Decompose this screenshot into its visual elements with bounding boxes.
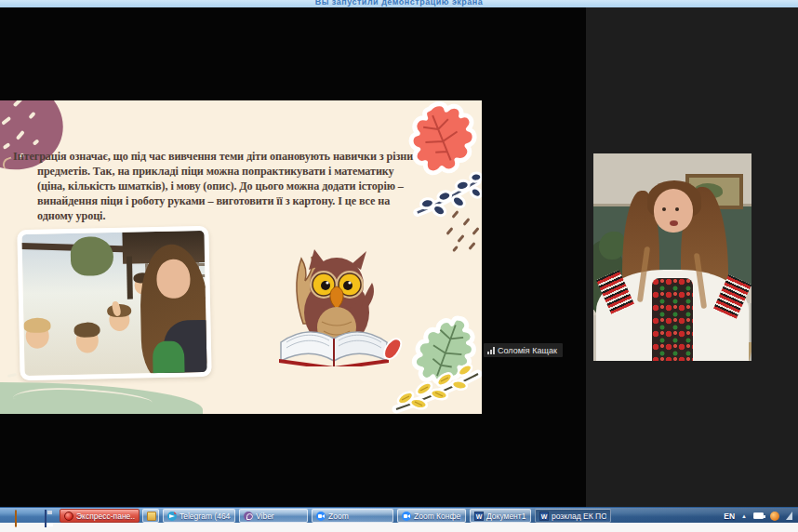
windows-taskbar: Экспресс-пане... Telegram (4644) Viber Z… bbox=[0, 507, 798, 523]
taskbar-button-word-rozklad[interactable]: розклад ЕК ПО... bbox=[535, 509, 611, 523]
child-face bbox=[25, 323, 49, 349]
audio-signal-icon bbox=[487, 347, 495, 354]
owl-with-book-illustration bbox=[257, 238, 404, 366]
launcher-icon[interactable] bbox=[15, 510, 17, 527]
taskbar-button-zoom[interactable]: Zoom bbox=[312, 509, 393, 523]
chevron-up-icon[interactable]: ▲ bbox=[741, 513, 747, 519]
webcam-video-tile[interactable] bbox=[593, 153, 751, 361]
bottom-white-strip bbox=[0, 523, 798, 532]
zoom-icon bbox=[316, 512, 326, 521]
floppy-icon[interactable] bbox=[45, 510, 47, 527]
system-tray: EN ▲ bbox=[724, 508, 792, 524]
white-dash-decoration bbox=[7, 373, 17, 378]
photo-wooden-post bbox=[126, 257, 133, 299]
taskbar-button-viber[interactable]: Viber bbox=[239, 509, 308, 523]
woman-face bbox=[654, 189, 694, 233]
taskbar-button-word-document1[interactable]: Документ1 - W... bbox=[470, 509, 531, 523]
participant-name: Соломія Кащак bbox=[498, 346, 557, 355]
taskbar-button-folder[interactable] bbox=[142, 509, 159, 523]
slide-paragraph: Інтеграція означає, що під час вивчення … bbox=[13, 149, 424, 223]
embroidery-center-panel bbox=[652, 278, 693, 361]
word-icon bbox=[539, 512, 549, 521]
shared-presentation-slide: Інтеграція означає, що під час вивчення … bbox=[0, 100, 482, 414]
children-group-photo bbox=[17, 226, 211, 380]
language-indicator[interactable]: EN bbox=[724, 512, 735, 521]
folder-icon bbox=[147, 512, 156, 521]
teen-girl-face bbox=[156, 259, 191, 299]
telegram-icon bbox=[167, 512, 177, 521]
word-icon bbox=[474, 512, 484, 521]
express-panel-icon bbox=[64, 512, 73, 521]
green-wave-decoration bbox=[0, 382, 203, 414]
viber-icon bbox=[244, 512, 253, 521]
child-face bbox=[76, 327, 100, 352]
clipped-tray-icon bbox=[786, 512, 792, 520]
taskbar-button-telegram[interactable]: Telegram (4644) bbox=[163, 509, 235, 523]
battery-icon[interactable] bbox=[753, 512, 764, 519]
teen-girl-green-top bbox=[153, 340, 185, 380]
photo-tree bbox=[71, 236, 114, 276]
taskbar-button-zoom-conference[interactable]: Zoom Конфере... bbox=[397, 509, 466, 523]
zoom-meeting-screen: Вы запустили демонстрацию экрана Інтегра… bbox=[0, 0, 798, 532]
taskbar-button-express-panel[interactable]: Экспресс-пане... bbox=[60, 509, 140, 523]
zoom-icon bbox=[402, 512, 411, 521]
screen-share-banner-text: Вы запустили демонстрацию экрана bbox=[0, 0, 798, 7]
navy-berries-sticker bbox=[413, 162, 482, 231]
participant-name-label: Соломія Кащак bbox=[484, 343, 563, 357]
screen-share-banner[interactable]: Вы запустили демонстрацию экрана bbox=[0, 0, 798, 7]
yellow-leaf-branch-sticker bbox=[391, 363, 482, 414]
speaker-orange-icon[interactable] bbox=[770, 512, 779, 521]
